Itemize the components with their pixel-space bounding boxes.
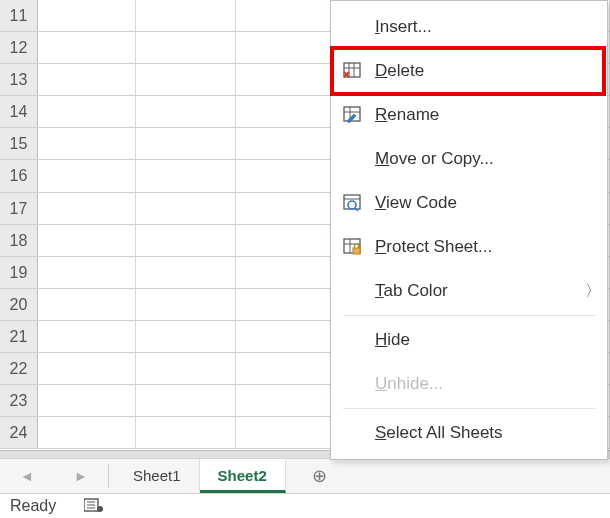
menu-unhide: Unhide... <box>331 362 607 406</box>
cell[interactable] <box>38 160 136 191</box>
cell[interactable] <box>236 96 336 127</box>
cell[interactable] <box>136 0 236 31</box>
row-header[interactable]: 22 <box>0 353 38 384</box>
cell[interactable] <box>38 385 136 416</box>
menu-insert-label: Insert... <box>375 17 607 37</box>
tab-nav-divider <box>108 464 109 488</box>
row-header[interactable]: 18 <box>0 225 38 256</box>
menu-hide[interactable]: Hide <box>331 318 607 362</box>
row-header[interactable]: 12 <box>0 32 38 63</box>
cell[interactable] <box>136 289 236 320</box>
svg-rect-19 <box>353 248 360 254</box>
menu-tabcolor-label: Tab Color <box>375 281 579 301</box>
menu-move-copy[interactable]: Move or Copy... <box>331 137 607 181</box>
sheet-tab-strip: ◄ ► Sheet1 Sheet2 ⊕ <box>0 458 610 494</box>
cell[interactable] <box>136 96 236 127</box>
view-code-icon <box>331 193 375 213</box>
menu-insert[interactable]: Insert... <box>331 5 607 49</box>
menu-select-all-sheets[interactable]: Select All Sheets <box>331 411 607 455</box>
menu-rename-label: Rename <box>375 105 607 125</box>
cell[interactable] <box>236 289 336 320</box>
cell[interactable] <box>136 417 236 448</box>
cell[interactable] <box>236 385 336 416</box>
row-header[interactable]: 23 <box>0 385 38 416</box>
menu-view-code[interactable]: View Code <box>331 181 607 225</box>
cell[interactable] <box>236 0 336 31</box>
menu-tab-color[interactable]: Tab Color 〉 <box>331 269 607 313</box>
menu-viewcode-label: View Code <box>375 193 607 213</box>
tab-nav-prev[interactable]: ◄ <box>0 468 54 484</box>
sheet-context-menu: Insert... Delete Rename Move or C <box>330 0 608 460</box>
menu-protect-sheet[interactable]: Protect Sheet... <box>331 225 607 269</box>
svg-point-14 <box>348 201 356 209</box>
cell[interactable] <box>136 160 236 191</box>
menu-separator <box>343 315 595 316</box>
cell[interactable] <box>38 128 136 159</box>
cell[interactable] <box>38 193 136 224</box>
menu-unhide-label: Unhide... <box>375 374 607 394</box>
cell[interactable] <box>236 417 336 448</box>
cell[interactable] <box>136 64 236 95</box>
cell[interactable] <box>38 64 136 95</box>
add-sheet-button[interactable]: ⊕ <box>312 465 327 487</box>
row-header[interactable]: 14 <box>0 96 38 127</box>
cell[interactable] <box>236 193 336 224</box>
svg-rect-12 <box>344 195 360 209</box>
cell[interactable] <box>236 160 336 191</box>
cell[interactable] <box>38 96 136 127</box>
cell[interactable] <box>236 321 336 352</box>
protect-sheet-icon <box>331 237 375 257</box>
menu-move-label: Move or Copy... <box>375 149 607 169</box>
cell[interactable] <box>136 257 236 288</box>
cell[interactable] <box>236 128 336 159</box>
cell[interactable] <box>136 32 236 63</box>
row-header[interactable]: 16 <box>0 160 38 191</box>
row-header[interactable]: 15 <box>0 128 38 159</box>
sheet-tab-2[interactable]: Sheet2 <box>200 459 286 493</box>
cell[interactable] <box>236 32 336 63</box>
cell[interactable] <box>136 193 236 224</box>
row-header[interactable]: 19 <box>0 257 38 288</box>
cell[interactable] <box>236 64 336 95</box>
tab-nav-next[interactable]: ► <box>54 468 108 484</box>
delete-sheet-icon <box>331 61 375 81</box>
row-header[interactable]: 11 <box>0 0 38 31</box>
cell[interactable] <box>38 32 136 63</box>
row-header[interactable]: 20 <box>0 289 38 320</box>
menu-delete-label: Delete <box>375 61 607 81</box>
menu-selall-label: Select All Sheets <box>375 423 607 443</box>
macro-record-icon[interactable] <box>84 497 104 516</box>
rename-icon <box>331 105 375 125</box>
cell[interactable] <box>236 257 336 288</box>
menu-rename[interactable]: Rename <box>331 93 607 137</box>
cell[interactable] <box>38 257 136 288</box>
cell[interactable] <box>38 289 136 320</box>
cell[interactable] <box>38 0 136 31</box>
cell[interactable] <box>136 385 236 416</box>
chevron-right-icon: 〉 <box>579 281 607 302</box>
menu-protect-label: Protect Sheet... <box>375 237 607 257</box>
menu-delete[interactable]: Delete <box>331 49 607 93</box>
cell[interactable] <box>136 353 236 384</box>
cell[interactable] <box>38 353 136 384</box>
menu-hide-label: Hide <box>375 330 607 350</box>
row-header[interactable]: 13 <box>0 64 38 95</box>
row-header[interactable]: 24 <box>0 417 38 448</box>
svg-point-4 <box>97 506 103 512</box>
menu-separator <box>343 408 595 409</box>
cell[interactable] <box>136 225 236 256</box>
cell[interactable] <box>38 321 136 352</box>
cell[interactable] <box>136 128 236 159</box>
cell[interactable] <box>236 225 336 256</box>
row-header[interactable]: 17 <box>0 193 38 224</box>
cell[interactable] <box>236 353 336 384</box>
status-ready-text: Ready <box>10 497 56 515</box>
cell[interactable] <box>136 321 236 352</box>
sheet-tab-1[interactable]: Sheet1 <box>115 459 200 493</box>
row-header[interactable]: 21 <box>0 321 38 352</box>
cell[interactable] <box>38 417 136 448</box>
cell[interactable] <box>38 225 136 256</box>
status-bar: Ready <box>0 494 610 518</box>
